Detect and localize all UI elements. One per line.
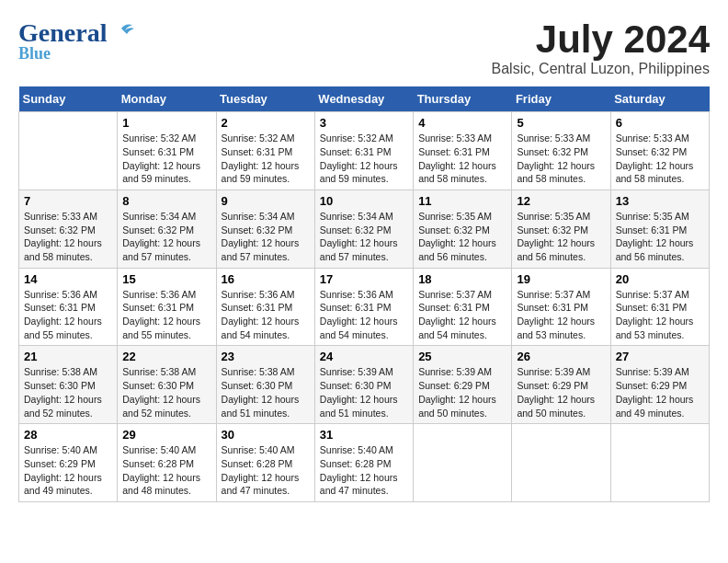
calendar-cell: 12Sunrise: 5:35 AMSunset: 6:32 PMDayligh… [512, 190, 610, 268]
calendar-cell: 11Sunrise: 5:35 AMSunset: 6:32 PMDayligh… [414, 190, 512, 268]
calendar-cell: 18Sunrise: 5:37 AMSunset: 6:31 PMDayligh… [414, 268, 512, 346]
day-number: 31 [320, 428, 408, 442]
day-number: 17 [320, 272, 408, 286]
day-info: Sunrise: 5:35 AMSunset: 6:32 PMDaylight:… [418, 210, 506, 264]
column-header-friday: Friday [512, 86, 610, 112]
calendar-week-row: 7Sunrise: 5:33 AMSunset: 6:32 PMDaylight… [19, 190, 710, 268]
day-number: 26 [517, 350, 605, 363]
day-info: Sunrise: 5:35 AMSunset: 6:31 PMDaylight:… [616, 210, 704, 264]
column-header-monday: Monday [118, 86, 216, 112]
day-number: 12 [517, 194, 605, 208]
column-header-thursday: Thursday [414, 86, 512, 112]
day-info: Sunrise: 5:37 AMSunset: 6:31 PMDaylight:… [616, 288, 704, 342]
day-number: 27 [616, 350, 704, 363]
day-info: Sunrise: 5:33 AMSunset: 6:32 PMDaylight:… [517, 132, 605, 186]
logo-blue: Blue [18, 44, 51, 63]
day-number: 22 [122, 350, 210, 363]
day-number: 1 [122, 116, 210, 130]
day-info: Sunrise: 5:32 AMSunset: 6:31 PMDaylight:… [122, 132, 210, 186]
day-number: 2 [222, 116, 310, 130]
day-info: Sunrise: 5:34 AMSunset: 6:32 PMDaylight:… [320, 210, 408, 264]
calendar-cell [610, 424, 709, 502]
day-info: Sunrise: 5:38 AMSunset: 6:30 PMDaylight:… [222, 365, 310, 419]
calendar-cell [414, 424, 512, 502]
day-info: Sunrise: 5:40 AMSunset: 6:28 PMDaylight:… [320, 443, 408, 498]
day-number: 14 [24, 272, 112, 286]
day-info: Sunrise: 5:37 AMSunset: 6:31 PMDaylight:… [517, 288, 605, 342]
day-info: Sunrise: 5:33 AMSunset: 6:31 PMDaylight:… [418, 132, 506, 186]
calendar-cell: 19Sunrise: 5:37 AMSunset: 6:31 PMDayligh… [512, 268, 610, 346]
calendar-cell: 22Sunrise: 5:38 AMSunset: 6:30 PMDayligh… [118, 346, 216, 424]
calendar-week-row: 1Sunrise: 5:32 AMSunset: 6:31 PMDaylight… [19, 112, 710, 190]
day-info: Sunrise: 5:39 AMSunset: 6:30 PMDaylight:… [320, 365, 408, 419]
page-header: General Blue July 2024 Balsic, Central L… [18, 18, 710, 77]
calendar-cell: 31Sunrise: 5:40 AMSunset: 6:28 PMDayligh… [314, 424, 413, 502]
day-info: Sunrise: 5:39 AMSunset: 6:29 PMDaylight:… [616, 365, 704, 419]
calendar-cell: 25Sunrise: 5:39 AMSunset: 6:29 PMDayligh… [414, 346, 512, 424]
day-number: 19 [517, 272, 605, 286]
day-info: Sunrise: 5:32 AMSunset: 6:31 PMDaylight:… [320, 132, 408, 186]
day-info: Sunrise: 5:36 AMSunset: 6:31 PMDaylight:… [122, 288, 210, 342]
day-number: 4 [418, 116, 506, 130]
day-info: Sunrise: 5:33 AMSunset: 6:32 PMDaylight:… [616, 132, 704, 186]
day-info: Sunrise: 5:32 AMSunset: 6:31 PMDaylight:… [222, 132, 310, 186]
day-number: 10 [320, 194, 408, 208]
calendar-week-row: 21Sunrise: 5:38 AMSunset: 6:30 PMDayligh… [19, 346, 710, 424]
calendar-cell: 1Sunrise: 5:32 AMSunset: 6:31 PMDaylight… [118, 112, 216, 190]
day-number: 30 [222, 428, 310, 442]
month-year: July 2024 [492, 18, 710, 61]
calendar-cell: 21Sunrise: 5:38 AMSunset: 6:30 PMDayligh… [19, 346, 118, 424]
day-number: 9 [222, 194, 310, 208]
calendar-cell: 28Sunrise: 5:40 AMSunset: 6:29 PMDayligh… [19, 424, 118, 502]
day-info: Sunrise: 5:36 AMSunset: 6:31 PMDaylight:… [320, 288, 408, 342]
day-info: Sunrise: 5:40 AMSunset: 6:28 PMDaylight:… [122, 443, 210, 498]
day-info: Sunrise: 5:38 AMSunset: 6:30 PMDaylight:… [122, 365, 210, 419]
day-info: Sunrise: 5:40 AMSunset: 6:29 PMDaylight:… [24, 443, 112, 498]
day-number: 21 [24, 350, 112, 363]
title-block: July 2024 Balsic, Central Luzon, Philipp… [492, 18, 710, 77]
day-number: 6 [616, 116, 704, 130]
logo: General Blue [18, 18, 134, 63]
calendar-header-row: SundayMondayTuesdayWednesdayThursdayFrid… [19, 86, 710, 112]
calendar-cell [512, 424, 610, 502]
day-info: Sunrise: 5:39 AMSunset: 6:29 PMDaylight:… [517, 365, 605, 419]
calendar-cell: 4Sunrise: 5:33 AMSunset: 6:31 PMDaylight… [414, 112, 512, 190]
calendar-cell: 20Sunrise: 5:37 AMSunset: 6:31 PMDayligh… [610, 268, 709, 346]
day-number: 29 [122, 428, 210, 442]
day-info: Sunrise: 5:39 AMSunset: 6:29 PMDaylight:… [418, 365, 506, 419]
calendar-cell: 26Sunrise: 5:39 AMSunset: 6:29 PMDayligh… [512, 346, 610, 424]
calendar-cell: 24Sunrise: 5:39 AMSunset: 6:30 PMDayligh… [314, 346, 413, 424]
day-info: Sunrise: 5:40 AMSunset: 6:28 PMDaylight:… [222, 443, 310, 498]
calendar-cell: 6Sunrise: 5:33 AMSunset: 6:32 PMDaylight… [610, 112, 709, 190]
calendar-cell: 2Sunrise: 5:32 AMSunset: 6:31 PMDaylight… [216, 112, 314, 190]
day-number: 11 [418, 194, 506, 208]
day-number: 3 [320, 116, 408, 130]
column-header-tuesday: Tuesday [216, 86, 314, 112]
calendar-cell: 8Sunrise: 5:34 AMSunset: 6:32 PMDaylight… [118, 190, 216, 268]
day-number: 16 [222, 272, 310, 286]
calendar-table: SundayMondayTuesdayWednesdayThursdayFrid… [18, 86, 710, 502]
day-number: 18 [418, 272, 506, 286]
calendar-cell: 10Sunrise: 5:34 AMSunset: 6:32 PMDayligh… [314, 190, 413, 268]
day-info: Sunrise: 5:38 AMSunset: 6:30 PMDaylight:… [24, 365, 112, 419]
column-header-wednesday: Wednesday [314, 86, 413, 112]
day-info: Sunrise: 5:37 AMSunset: 6:31 PMDaylight:… [418, 288, 506, 342]
location: Balsic, Central Luzon, Philippines [492, 61, 710, 77]
day-number: 25 [418, 350, 506, 363]
day-number: 15 [122, 272, 210, 286]
day-number: 23 [222, 350, 310, 363]
calendar-cell: 15Sunrise: 5:36 AMSunset: 6:31 PMDayligh… [118, 268, 216, 346]
day-info: Sunrise: 5:34 AMSunset: 6:32 PMDaylight:… [122, 210, 210, 264]
column-header-saturday: Saturday [610, 86, 709, 112]
logo-bird-icon [108, 21, 134, 41]
calendar-cell: 5Sunrise: 5:33 AMSunset: 6:32 PMDaylight… [512, 112, 610, 190]
calendar-cell [19, 112, 118, 190]
calendar-cell: 14Sunrise: 5:36 AMSunset: 6:31 PMDayligh… [19, 268, 118, 346]
calendar-week-row: 14Sunrise: 5:36 AMSunset: 6:31 PMDayligh… [19, 268, 710, 346]
day-number: 24 [320, 350, 408, 363]
calendar-cell: 23Sunrise: 5:38 AMSunset: 6:30 PMDayligh… [216, 346, 314, 424]
calendar-cell: 27Sunrise: 5:39 AMSunset: 6:29 PMDayligh… [610, 346, 709, 424]
day-number: 20 [616, 272, 704, 286]
day-info: Sunrise: 5:33 AMSunset: 6:32 PMDaylight:… [24, 210, 112, 264]
calendar-cell: 7Sunrise: 5:33 AMSunset: 6:32 PMDaylight… [19, 190, 118, 268]
